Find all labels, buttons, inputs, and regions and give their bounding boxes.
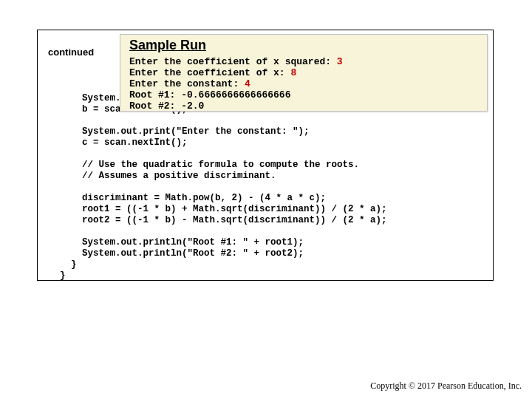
sample-run-output: Enter the coefficient of x squared: 3 En…: [129, 56, 487, 112]
code-line: c = scan.nextInt();: [60, 137, 188, 148]
code-line: System.out.print("Enter the constant: ")…: [60, 126, 310, 137]
code-line: // Use the quadratic formula to compute …: [60, 160, 359, 170]
slide: continued System.out.print("Enter the co…: [0, 0, 532, 399]
code-line: [60, 182, 66, 192]
sample-prompt: Root #1: -0.6666666666666666: [129, 89, 290, 100]
code-line: // Assumes a positive discriminant.: [60, 171, 276, 181]
code-line: }: [60, 270, 66, 281]
sample-run-title: Sample Run: [129, 38, 487, 53]
sample-input: 3: [337, 56, 343, 67]
code-line: discriminant = Math.pow(b, 2) - (4 * a *…: [60, 193, 326, 203]
sample-prompt: Enter the coefficient of x:: [129, 67, 290, 78]
sample-input: 8: [290, 67, 296, 78]
sample-prompt: Enter the coefficient of x squared:: [129, 56, 337, 67]
sample-prompt: Root #2: -2.0: [129, 100, 204, 112]
continued-label: continued: [48, 47, 94, 58]
code-line: root1 = ((-1 * b) + Math.sqrt(discrimina…: [60, 204, 387, 214]
code-line: [60, 115, 66, 126]
code-line: [60, 149, 66, 159]
copyright: Copyright © 2017 Pearson Education, Inc.: [370, 381, 522, 392]
code-line: [60, 226, 66, 236]
code-listing: System.out.print("Enter the coefficient …: [60, 82, 387, 282]
sample-run-overlay: Sample Run Enter the coefficient of x sq…: [120, 34, 488, 112]
sample-input: 4: [245, 78, 250, 89]
code-line: root2 = ((-1 * b) - Math.sqrt(discrimina…: [60, 215, 387, 225]
code-line: }: [60, 259, 77, 270]
code-line: System.out.println("Root #1: " + root1);: [60, 237, 304, 248]
code-line: System.out.println("Root #2: " + root2);: [60, 248, 304, 259]
sample-prompt: Enter the constant:: [129, 78, 245, 89]
